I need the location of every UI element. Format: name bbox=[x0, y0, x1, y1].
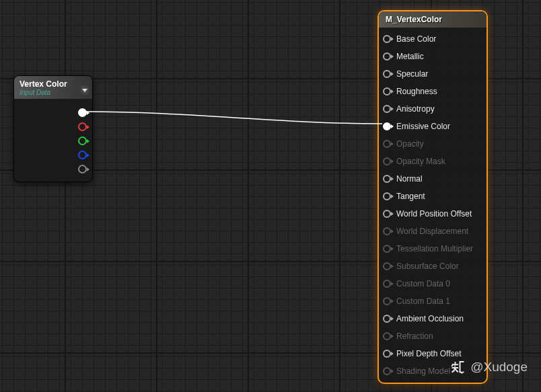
input-pin-opacity bbox=[383, 140, 391, 148]
input-label-world-position-offset: World Position Offset bbox=[396, 209, 472, 219]
input-row-anisotropy: Anisotropy bbox=[379, 100, 486, 118]
b-output-row bbox=[14, 148, 92, 162]
vertex-color-node[interactable]: Vertex Color Input Data bbox=[13, 75, 93, 182]
input-label-anisotropy: Anisotropy bbox=[396, 104, 435, 114]
input-pin-normal[interactable] bbox=[383, 175, 391, 183]
input-pin-world-position-offset[interactable] bbox=[383, 210, 391, 218]
input-row-normal: Normal bbox=[379, 170, 486, 188]
input-row-opacity-mask: Opacity Mask bbox=[379, 153, 486, 170]
input-row-world-position-offset: World Position Offset bbox=[379, 205, 486, 223]
input-row-emissive-color: Emissive Color bbox=[379, 118, 486, 135]
input-label-normal: Normal bbox=[396, 174, 423, 184]
rgba-output-pin[interactable] bbox=[78, 108, 87, 117]
input-pin-base-color[interactable] bbox=[383, 35, 391, 43]
watermark: @Xudoge bbox=[450, 359, 528, 375]
vertex-color-node-header[interactable]: Vertex Color Input Data bbox=[14, 76, 92, 99]
input-row-custom-data-1: Custom Data 1 bbox=[379, 292, 486, 310]
input-pin-opacity-mask bbox=[383, 157, 391, 165]
input-row-roughness: Roughness bbox=[379, 83, 486, 100]
input-pin-subsurface-color bbox=[383, 262, 391, 270]
input-row-opacity: Opacity bbox=[379, 135, 486, 153]
material-result-header[interactable]: M_VertexColor bbox=[379, 11, 486, 28]
input-row-ambient-occlusion: Ambient Occlusion bbox=[379, 310, 486, 327]
input-row-refraction: Refraction bbox=[379, 327, 486, 345]
input-label-subsurface-color: Subsurface Color bbox=[396, 262, 459, 271]
input-pin-specular[interactable] bbox=[383, 70, 391, 78]
input-pin-anisotropy[interactable] bbox=[383, 105, 391, 113]
input-label-opacity-mask: Opacity Mask bbox=[396, 157, 445, 166]
node-subtitle: Input Data bbox=[20, 89, 87, 96]
input-row-specular: Specular bbox=[379, 65, 486, 83]
input-row-metallic: Metallic bbox=[379, 48, 486, 65]
input-label-refraction: Refraction bbox=[396, 331, 433, 341]
node-dropdown-icon[interactable] bbox=[80, 85, 89, 95]
input-row-world-displacement: World Displacement bbox=[379, 223, 486, 240]
input-pin-tangent[interactable] bbox=[383, 192, 391, 200]
input-label-world-displacement: World Displacement bbox=[396, 227, 468, 236]
input-pin-ambient-occlusion[interactable] bbox=[383, 315, 391, 323]
input-label-pixel-depth-offset: Pixel Depth Offset bbox=[396, 349, 462, 358]
material-body: Base ColorMetallicSpecularRoughnessAniso… bbox=[379, 28, 486, 383]
input-row-tessellation-multiplier: Tessellation Multiplier bbox=[379, 240, 486, 258]
input-pin-roughness[interactable] bbox=[383, 87, 391, 95]
input-label-roughness: Roughness bbox=[396, 87, 437, 96]
input-label-shading-model: Shading Model bbox=[396, 366, 450, 376]
input-label-specular: Specular bbox=[396, 69, 428, 79]
a-output-row bbox=[14, 162, 92, 176]
material-title: M_VertexColor bbox=[386, 15, 480, 24]
input-row-base-color: Base Color bbox=[379, 30, 486, 48]
input-row-custom-data-0: Custom Data 0 bbox=[379, 275, 486, 292]
node-body bbox=[14, 99, 92, 182]
input-row-subsurface-color: Subsurface Color bbox=[379, 258, 486, 275]
input-pin-world-displacement bbox=[383, 227, 391, 235]
input-label-opacity: Opacity bbox=[396, 139, 424, 149]
input-pin-refraction bbox=[383, 332, 391, 340]
input-pin-custom-data-1 bbox=[383, 297, 391, 305]
input-label-ambient-occlusion: Ambient Occlusion bbox=[396, 314, 464, 323]
input-pin-custom-data-0 bbox=[383, 280, 391, 288]
input-label-custom-data-0: Custom Data 0 bbox=[396, 279, 450, 288]
b-output-pin[interactable] bbox=[78, 151, 87, 159]
r-output-pin[interactable] bbox=[78, 122, 87, 131]
a-output-pin[interactable] bbox=[78, 165, 87, 173]
input-label-metallic: Metallic bbox=[396, 52, 424, 61]
node-title: Vertex Color bbox=[20, 79, 87, 89]
g-output-row bbox=[14, 134, 92, 148]
input-pin-pixel-depth-offset[interactable] bbox=[383, 350, 391, 358]
input-pin-metallic[interactable] bbox=[383, 52, 391, 61]
zhihu-icon bbox=[450, 359, 466, 375]
input-label-custom-data-1: Custom Data 1 bbox=[396, 297, 450, 306]
input-label-emissive-color: Emissive Color bbox=[396, 122, 450, 131]
rgba-output-row bbox=[14, 106, 92, 120]
g-output-pin[interactable] bbox=[78, 136, 87, 145]
input-row-tangent: Tangent bbox=[379, 188, 486, 205]
input-pin-tessellation-multiplier bbox=[383, 245, 391, 253]
input-label-tessellation-multiplier: Tessellation Multiplier bbox=[396, 244, 473, 253]
input-pin-emissive-color[interactable] bbox=[383, 122, 391, 130]
input-label-base-color: Base Color bbox=[396, 34, 436, 44]
material-result-node[interactable]: M_VertexColor Base ColorMetallicSpecular… bbox=[377, 10, 488, 384]
r-output-row bbox=[14, 120, 92, 134]
input-pin-shading-model bbox=[383, 367, 391, 375]
input-label-tangent: Tangent bbox=[396, 192, 425, 201]
